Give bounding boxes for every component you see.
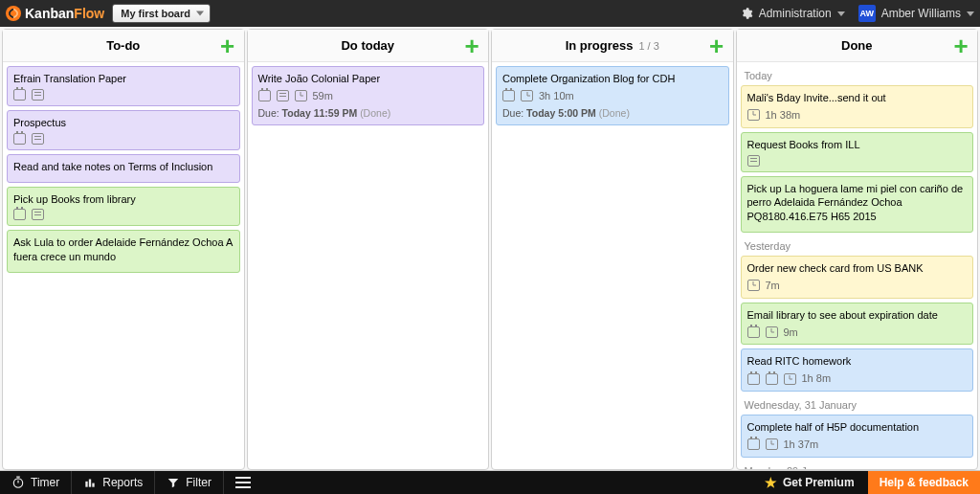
topbar: KanbanFlow My first board Administration… (0, 0, 980, 27)
card-meta: 3h 10m (502, 89, 723, 103)
user-menu[interactable]: AW Amber Williams (858, 5, 974, 22)
list-icon (277, 90, 289, 101)
card-meta (13, 89, 234, 101)
card-meta (13, 133, 234, 145)
card-due: Due: Today 5:00 PM (Done) (502, 106, 723, 120)
card-due: Due: Today 11:59 PM (Done) (258, 106, 479, 120)
date-group-label: Wednesday, 31 January (741, 395, 974, 415)
task-card[interactable]: Complete half of H5P documentation1h 37m (741, 415, 974, 458)
add-card-button[interactable]: + (217, 35, 238, 56)
column-header: Do today+ (248, 30, 489, 62)
card-title: Ask Lula to order Adelaide Fernández Och… (13, 236, 234, 264)
cal-icon (766, 373, 778, 385)
task-card[interactable]: Pick up La hoguera lame mi piel con cari… (741, 176, 974, 234)
column-to-do: To-do+Efrain Translation PaperProspectus… (2, 29, 245, 470)
timer-icon (11, 476, 25, 489)
cal-icon (747, 438, 760, 450)
gear-icon (740, 7, 753, 20)
task-card[interactable]: Ask Lula to order Adelaide Fernández Och… (7, 230, 240, 273)
column-body: Write João Colonial Paper59mDue: Today 1… (248, 62, 489, 469)
clock-icon (766, 438, 778, 450)
get-premium-button[interactable]: ★ Get Premium (751, 471, 868, 494)
card-title: Order new check card from US BANK (747, 261, 968, 276)
card-time: 9m (784, 326, 798, 340)
column-body: TodayMali's Bday Invite...send it out1h … (737, 62, 978, 469)
task-card[interactable]: Mali's Bday Invite...send it out1h 38m (741, 85, 974, 128)
add-card-button[interactable]: + (950, 35, 971, 56)
card-title: Read and take notes on Terms of Inclusio… (13, 160, 234, 174)
reports-button[interactable]: Reports (72, 471, 155, 494)
svg-rect-3 (93, 483, 95, 487)
reports-icon (83, 476, 97, 489)
task-card[interactable]: Email library to see about expiration da… (741, 303, 974, 346)
column-body: Efrain Translation PaperProspectusRead a… (3, 62, 244, 469)
column-header: In progress1 / 3+ (492, 30, 733, 62)
card-time: 1h 37m (784, 438, 819, 452)
card-meta: 9m (747, 326, 968, 340)
column-header: To-do+ (3, 30, 244, 62)
clock-icon (784, 373, 796, 385)
list-icon (747, 155, 760, 167)
card-time: 1h 8m (802, 371, 832, 386)
caret-down-icon (837, 11, 845, 16)
clock-icon (747, 280, 760, 291)
date-group-label: Today (741, 66, 974, 85)
card-title: Pick up La hoguera lame mi piel con cari… (747, 182, 968, 225)
task-card[interactable]: Read RITC homework1h 8m (741, 348, 974, 392)
help-feedback-button[interactable]: Help & feedback (868, 471, 980, 494)
card-title: Pick up Books from library (13, 192, 234, 207)
task-card[interactable]: Request Books from ILL (741, 132, 974, 172)
card-time: 3h 10m (539, 89, 574, 103)
clock-icon (747, 109, 760, 121)
add-card-button[interactable]: + (461, 35, 482, 56)
date-group-label: Yesterday (741, 236, 974, 256)
cal-icon (13, 89, 26, 101)
column-header: Done+ (737, 30, 978, 62)
card-meta: 7m (747, 279, 968, 293)
clock-icon (766, 326, 778, 338)
card-title: Mali's Bday Invite...send it out (747, 91, 968, 105)
add-card-button[interactable]: + (706, 35, 727, 56)
task-card[interactable]: Complete Organization Blog for CDH3h 10m… (496, 66, 729, 125)
svg-rect-1 (86, 482, 88, 487)
filter-button[interactable]: Filter (155, 471, 224, 494)
svg-rect-2 (89, 480, 91, 487)
card-meta: 1h 37m (747, 438, 968, 452)
avatar: AW (858, 5, 876, 22)
list-icon (32, 209, 44, 220)
card-title: Efrain Translation Paper (13, 72, 234, 86)
task-card[interactable]: Read and take notes on Terms of Inclusio… (7, 154, 240, 183)
task-card[interactable]: Write João Colonial Paper59mDue: Today 1… (252, 66, 485, 125)
column-body: Complete Organization Blog for CDH3h 10m… (492, 62, 733, 469)
card-title: Write João Colonial Paper (258, 72, 479, 86)
board: To-do+Efrain Translation PaperProspectus… (0, 27, 980, 471)
date-group-label: Monday, 29 January (741, 461, 974, 469)
cal-icon (747, 373, 760, 385)
cal-icon (13, 209, 26, 220)
filter-icon (167, 476, 180, 489)
cal-icon (747, 326, 760, 338)
card-time: 59m (313, 89, 333, 103)
column-do-today: Do today+Write João Colonial Paper59mDue… (247, 29, 490, 470)
list-icon (32, 89, 44, 101)
board-select[interactable]: My first board (112, 4, 211, 23)
card-time: 1h 38m (766, 108, 801, 123)
task-card[interactable]: Order new check card from US BANK7m (741, 256, 974, 299)
timer-button[interactable]: Timer (0, 471, 72, 494)
board-select-label: My first board (121, 8, 190, 19)
caret-down-icon (967, 11, 974, 16)
card-meta: 1h 38m (747, 108, 968, 123)
task-card[interactable]: Efrain Translation Paper (7, 66, 240, 106)
clock-icon (295, 90, 307, 101)
column-title: Do today (341, 38, 394, 53)
task-card[interactable]: Prospectus (7, 110, 240, 150)
administration-menu[interactable]: Administration (740, 7, 845, 20)
column-title: Done (841, 38, 873, 53)
administration-label: Administration (759, 7, 832, 20)
task-card[interactable]: Pick up Books from library (7, 187, 240, 227)
card-title: Email library to see about expiration da… (747, 308, 968, 323)
logo[interactable]: KanbanFlow (6, 6, 104, 21)
menu-button[interactable] (224, 471, 262, 494)
column-wip-count: 1 / 3 (638, 40, 658, 52)
column-title: To-do (106, 38, 140, 53)
